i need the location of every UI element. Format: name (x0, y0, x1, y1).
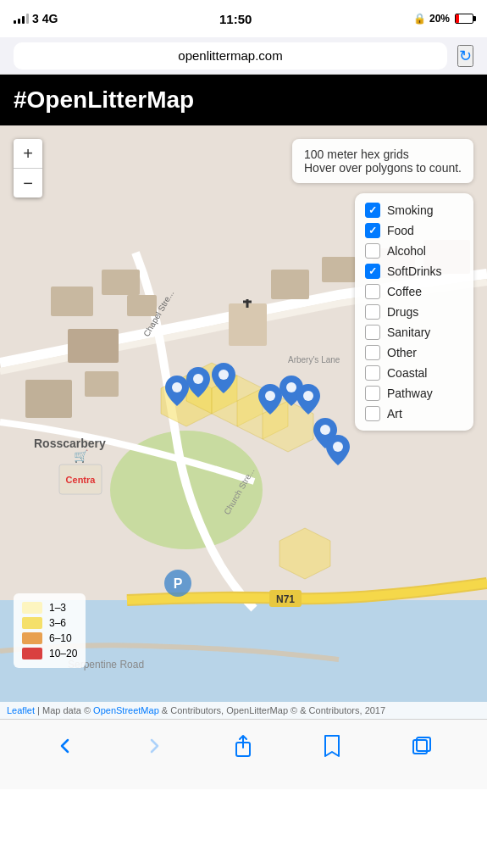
back-button[interactable] (49, 730, 81, 762)
url-text: openlittermap.com (178, 48, 282, 63)
filter-item-alcohol[interactable]: Alcohol (365, 241, 463, 261)
signal-bar-2 (18, 19, 20, 24)
svg-rect-13 (229, 303, 267, 346)
filter-item-food[interactable]: Food (365, 220, 463, 241)
legend-label: 3–6 (49, 617, 66, 629)
site-title: #OpenLitterMap (14, 86, 194, 113)
filter-label-other: Other (387, 346, 417, 359)
map-pin-4[interactable] (258, 384, 282, 415)
map-pin-3[interactable] (212, 363, 235, 393)
filter-item-art[interactable]: Art (365, 403, 463, 424)
svg-point-37 (265, 391, 275, 401)
filter-item-sanitary[interactable]: Sanitary (365, 322, 463, 342)
status-right: 🔒 20% (413, 13, 473, 25)
legend-item: 3–6 (22, 615, 77, 631)
filter-label-alcohol: Alcohol (387, 244, 426, 258)
filter-item-softdrinks[interactable]: SoftDrinks (365, 261, 463, 281)
filter-checkbox-sanitary[interactable] (365, 325, 380, 340)
svg-point-36 (219, 370, 229, 380)
zoom-out-button[interactable]: − (14, 169, 42, 198)
svg-point-38 (286, 382, 296, 392)
map-data-text: | Map data © (37, 705, 93, 715)
tabs-button[interactable] (405, 729, 439, 763)
filter-item-coffee[interactable]: Coffee (365, 281, 463, 302)
svg-point-34 (172, 382, 182, 392)
signal-bar-4 (26, 14, 29, 24)
svg-rect-7 (25, 380, 72, 418)
legend-swatch (22, 632, 42, 644)
svg-rect-6 (127, 295, 157, 316)
svg-rect-9 (271, 270, 309, 299)
svg-point-41 (333, 442, 343, 452)
filter-item-drugs[interactable]: Drugs (365, 302, 463, 322)
svg-point-39 (303, 391, 313, 401)
legend-swatch (22, 602, 42, 614)
svg-text:P: P (174, 576, 183, 591)
filter-label-coastal: Coastal (387, 366, 427, 380)
map-pin-6[interactable] (296, 384, 320, 415)
battery-label: 20% (429, 13, 450, 25)
leaflet-link[interactable]: Leaflet (7, 705, 35, 715)
map-legend: 1–33–66–1010–20 (14, 593, 86, 668)
svg-rect-5 (68, 329, 119, 363)
svg-text:Arbery's Lane: Arbery's Lane (288, 355, 340, 364)
filter-checkbox-pathway[interactable] (365, 386, 380, 401)
map-tooltip: 100 meter hex grids Hover over polygons … (292, 139, 473, 183)
svg-text:Rosscarbery: Rosscarbery (34, 437, 106, 450)
signal-bar-1 (14, 20, 16, 24)
bookmarks-button[interactable] (316, 727, 348, 765)
filter-item-pathway[interactable]: Pathway (365, 383, 463, 403)
filter-checkbox-other[interactable] (365, 345, 380, 360)
map-pin-1[interactable] (165, 376, 189, 406)
network-type-label: 4G (42, 12, 58, 25)
osm-link[interactable]: OpenStreetMap (93, 705, 159, 715)
filter-checkbox-alcohol[interactable] (365, 243, 380, 259)
filter-item-coastal[interactable]: Coastal (365, 363, 463, 383)
filter-checkbox-smoking[interactable] (365, 203, 380, 218)
url-bar[interactable]: openlittermap.com (14, 42, 447, 70)
svg-rect-3 (51, 287, 93, 316)
svg-point-35 (193, 374, 203, 384)
battery-icon (455, 14, 473, 24)
site-header: #OpenLitterMap (0, 75, 487, 125)
legend-label: 10–20 (49, 648, 77, 659)
filter-label-food: Food (387, 224, 414, 237)
tooltip-line1: 100 meter hex grids (304, 147, 462, 161)
filter-label-softdrinks: SoftDrinks (387, 264, 442, 278)
map-pin-2[interactable] (186, 367, 210, 398)
signal-bars (14, 14, 29, 24)
browser-bar: openlittermap.com ↻ (0, 37, 487, 75)
filter-checkbox-coffee[interactable] (365, 284, 380, 299)
svg-rect-8 (85, 371, 119, 397)
status-left: 3 4G (14, 12, 58, 25)
filter-label-drugs: Drugs (387, 305, 418, 319)
svg-text:Centra: Centra (66, 475, 97, 485)
svg-rect-10 (322, 257, 356, 282)
filter-checkbox-coastal[interactable] (365, 365, 380, 381)
status-bar: 3 4G 11:50 🔒 20% (0, 0, 487, 37)
map-pin-8[interactable] (326, 435, 350, 465)
filter-checkbox-drugs[interactable] (365, 304, 380, 320)
zoom-in-button[interactable]: + (14, 139, 42, 168)
svg-rect-4 (102, 270, 140, 295)
filter-checkbox-softdrinks[interactable] (365, 264, 380, 279)
filter-item-smoking[interactable]: Smoking (365, 200, 463, 220)
refresh-button[interactable]: ↻ (457, 45, 473, 67)
forward-button[interactable] (138, 730, 170, 762)
map-container[interactable]: P N71 Chapel Stre... Serpentine Road Ros… (0, 125, 487, 719)
filter-label-sanitary: Sanitary (387, 326, 430, 339)
filter-label-smoking: Smoking (387, 203, 433, 217)
legend-item: 1–3 (22, 600, 77, 615)
legend-label: 6–10 (49, 632, 72, 644)
status-time: 11:50 (219, 12, 252, 26)
share-button[interactable] (227, 727, 259, 765)
bottom-nav (0, 719, 487, 789)
map-footer: Leaflet | Map data © OpenStreetMap & Con… (0, 702, 487, 719)
filter-checkbox-food[interactable] (365, 223, 380, 238)
filter-item-other[interactable]: Other (365, 342, 463, 363)
legend-swatch (22, 617, 42, 629)
svg-text:🛒: 🛒 (74, 449, 89, 464)
legend-item: 6–10 (22, 631, 77, 646)
filter-label-coffee: Coffee (387, 285, 422, 298)
filter-checkbox-art[interactable] (365, 406, 380, 421)
